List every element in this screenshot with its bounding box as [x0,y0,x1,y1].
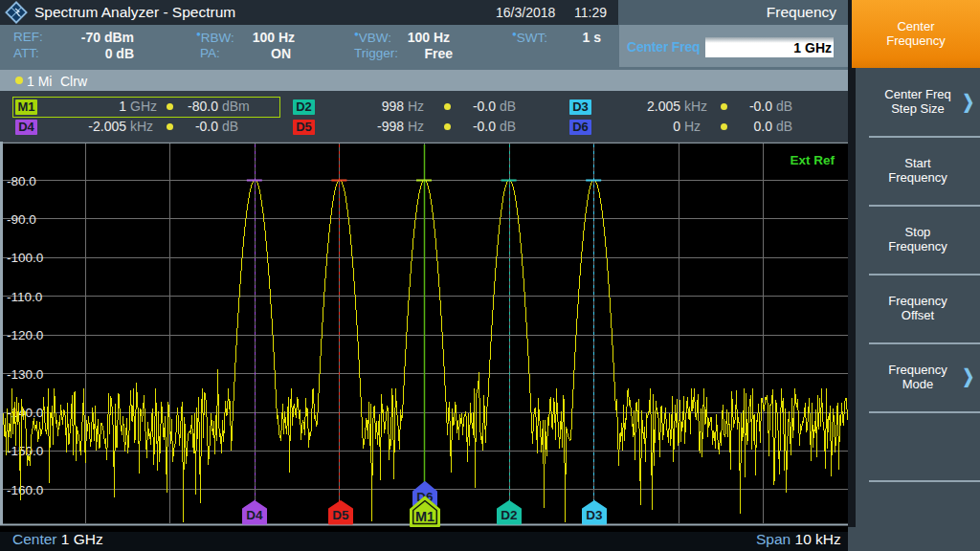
svg-text:-80.0: -80.0 [7,174,36,188]
svg-text:D3: D3 [586,508,603,522]
svg-text:-150.0: -150.0 [7,444,43,458]
svg-text:-160.0: -160.0 [7,483,43,497]
svg-text:-100.0: -100.0 [7,251,43,265]
svg-text:M1: M1 [415,509,434,524]
svg-text:-110.0: -110.0 [7,290,42,304]
svg-text:D5: D5 [332,508,349,522]
svg-text:D4: D4 [246,508,263,522]
svg-text:D2: D2 [501,508,517,522]
svg-text:-120.0: -120.0 [7,328,43,342]
svg-text:-130.0: -130.0 [7,367,43,382]
svg-text:-90.0: -90.0 [7,212,36,227]
svg-text:Ext Ref: Ext Ref [790,153,835,167]
